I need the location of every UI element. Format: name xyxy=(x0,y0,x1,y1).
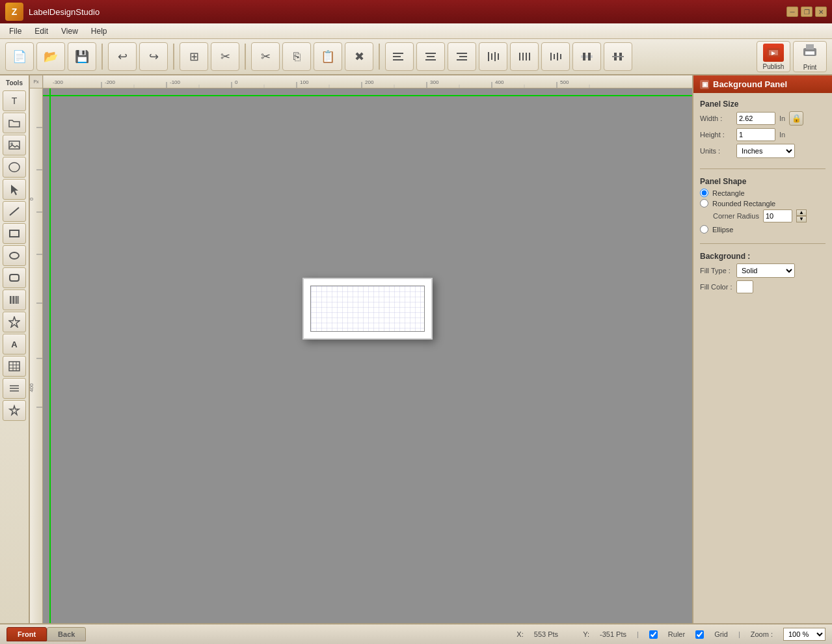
shape-ellipse-radio[interactable] xyxy=(700,225,708,234)
svg-rect-41 xyxy=(10,275,19,281)
new-button[interactable]: 📄 xyxy=(5,42,34,71)
svg-rect-13 xyxy=(519,53,520,60)
print-button[interactable]: Print xyxy=(793,41,827,72)
svg-rect-44 xyxy=(13,296,14,304)
back-tab[interactable]: Back xyxy=(47,627,86,641)
menu-help[interactable]: Help xyxy=(85,25,114,37)
corner-radius-down[interactable]: ▼ xyxy=(796,216,807,222)
panel-icon: ▣ xyxy=(700,80,709,89)
svg-rect-45 xyxy=(15,296,16,304)
corner-radius-input[interactable] xyxy=(763,209,792,222)
main-layout: Tools T A xyxy=(0,75,832,623)
tool-table[interactable] xyxy=(3,356,26,377)
menu-view[interactable]: View xyxy=(55,25,85,37)
open-button[interactable]: 📂 xyxy=(36,42,65,71)
undo-button[interactable]: ↩ xyxy=(108,42,137,71)
panel-content: Panel Size Width : In 🔒 Height : In Unit… xyxy=(693,93,832,302)
tool-star[interactable] xyxy=(3,312,26,332)
align2-button[interactable] xyxy=(416,42,445,71)
tool-shape[interactable] xyxy=(3,157,26,178)
new-icon: 📄 xyxy=(12,51,27,62)
svg-marker-57 xyxy=(10,406,19,415)
tool-list[interactable] xyxy=(3,378,26,399)
svg-rect-23 xyxy=(588,53,591,60)
tool-barcode[interactable] xyxy=(3,289,26,310)
svg-text:300: 300 xyxy=(30,344,31,353)
ruler-checkbox[interactable] xyxy=(649,630,658,639)
svg-rect-7 xyxy=(459,56,467,57)
svg-point-37 xyxy=(9,163,20,172)
panel-size-title: Panel Size xyxy=(700,100,825,109)
cut-button[interactable]: ✂ xyxy=(251,42,280,71)
svg-rect-18 xyxy=(554,54,555,59)
delete-icon: ✖ xyxy=(355,51,364,62)
svg-rect-21 xyxy=(581,55,593,58)
svg-rect-5 xyxy=(425,59,436,60)
tool-open[interactable] xyxy=(3,113,26,133)
corner-radius-row: Corner Radius ▲ ▼ xyxy=(713,209,825,222)
tool-rect[interactable] xyxy=(3,223,26,244)
cut-page-button[interactable]: ✂ xyxy=(211,42,239,71)
zoom-divider: | xyxy=(738,630,740,638)
height-label: Height : xyxy=(700,131,732,139)
delete-button[interactable]: ✖ xyxy=(345,42,373,71)
tool-line[interactable] xyxy=(3,201,26,222)
align6-button[interactable] xyxy=(541,42,570,71)
svg-rect-4 xyxy=(427,56,435,57)
copy-button[interactable]: ⎘ xyxy=(282,42,311,71)
x-label: X: xyxy=(517,630,523,638)
paste-button[interactable]: 📋 xyxy=(314,42,342,71)
copy-icon: ⎘ xyxy=(293,51,301,62)
minimize-button[interactable]: ─ xyxy=(786,7,798,17)
label-canvas[interactable] xyxy=(302,278,433,340)
menu-file[interactable]: File xyxy=(3,25,28,37)
redo-icon: ↪ xyxy=(149,51,159,62)
fill-color-swatch[interactable] xyxy=(736,280,753,293)
svg-rect-1 xyxy=(393,56,401,57)
publish-button[interactable]: Publish xyxy=(757,41,790,72)
tool-stamp[interactable] xyxy=(3,400,26,421)
shape-rectangle-radio[interactable] xyxy=(700,189,708,197)
divider1 xyxy=(700,168,825,169)
svg-rect-46 xyxy=(16,296,18,304)
svg-rect-19 xyxy=(557,53,558,60)
scale-button[interactable]: ⊞ xyxy=(180,42,208,71)
corner-radius-spinner: ▲ ▼ xyxy=(796,209,807,222)
redo-button[interactable]: ↪ xyxy=(139,42,168,71)
restore-button[interactable]: ❐ xyxy=(801,7,812,17)
print-label: Print xyxy=(803,64,817,71)
svg-text:0: 0 xyxy=(30,197,34,200)
align7-button[interactable] xyxy=(572,42,601,71)
align1-button[interactable] xyxy=(385,42,414,71)
width-input[interactable] xyxy=(736,112,775,125)
height-input[interactable] xyxy=(736,128,775,141)
x-value: 553 Pts xyxy=(534,630,558,638)
tool-text[interactable]: T xyxy=(3,90,26,111)
tool-rounded-rect[interactable] xyxy=(3,267,26,288)
paste-icon: 📋 xyxy=(321,51,335,62)
corner-radius-up[interactable]: ▲ xyxy=(796,209,807,216)
fill-type-select[interactable]: Solid Gradient None xyxy=(736,263,795,278)
grid-checkbox[interactable] xyxy=(695,630,704,639)
background-title: Background : xyxy=(700,252,825,261)
lock-button[interactable]: 🔒 xyxy=(789,111,803,126)
canvas-scroll[interactable] xyxy=(43,88,692,623)
zoom-select[interactable]: 100 % 50 % 150 % 200 % 75 % xyxy=(783,628,825,641)
tool-text2[interactable]: A xyxy=(3,334,26,355)
units-select[interactable]: Inches Centimeters Millimeters Points xyxy=(736,144,795,158)
save-button[interactable]: 💾 xyxy=(68,42,96,71)
align3-button[interactable] xyxy=(448,42,476,71)
tool-select[interactable] xyxy=(3,179,26,200)
shape-rounded-rect-radio[interactable] xyxy=(700,199,708,208)
svg-rect-9 xyxy=(488,52,489,61)
align4-button[interactable] xyxy=(479,42,507,71)
front-tab[interactable]: Front xyxy=(7,627,47,641)
tool-ellipse[interactable] xyxy=(3,245,26,266)
menu-edit[interactable]: Edit xyxy=(28,25,55,37)
v-ruler-canvas: -200 -100 0 100 200 300 400 xyxy=(30,88,692,623)
close-button[interactable]: ✕ xyxy=(815,7,827,17)
align8-button[interactable] xyxy=(604,42,632,71)
align5-button[interactable] xyxy=(510,42,539,71)
menu-bar: File Edit View Help xyxy=(0,23,832,39)
tool-image[interactable] xyxy=(3,135,26,155)
